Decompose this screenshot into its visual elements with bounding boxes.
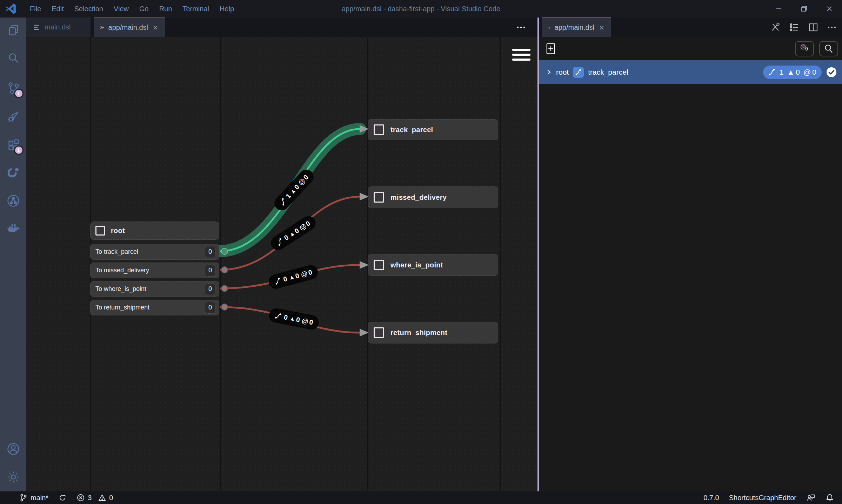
minimize-button[interactable]: [766, 0, 791, 18]
checklist-icon[interactable]: [789, 22, 799, 32]
node-label: missed_delivery: [390, 193, 447, 202]
search-icon[interactable]: [5, 50, 21, 66]
timeline-icon[interactable]: [5, 193, 21, 209]
node-checkbox[interactable]: [374, 124, 384, 135]
row-label: To missed_delivery: [95, 267, 149, 274]
row-to-return-shipment[interactable]: To return_shipment 0: [90, 300, 219, 315]
edge-source-dot[interactable]: [221, 285, 228, 292]
more-actions-icon[interactable]: [827, 26, 836, 29]
row-count: 0: [205, 283, 215, 295]
menu-go[interactable]: Go: [134, 0, 154, 18]
tab-label: app/main.dsl: [108, 23, 148, 32]
source-control-badge: 1: [14, 89, 24, 98]
edge-source-dot[interactable]: [221, 267, 228, 273]
editor-group-graph: main.dsl app/main.dsl: [26, 18, 537, 491]
branch-indicator[interactable]: main*: [19, 493, 48, 502]
feedback-button[interactable]: [806, 493, 815, 502]
transition-icon: [768, 68, 776, 76]
node-label: where_is_point: [390, 261, 443, 269]
settings-gear-icon[interactable]: [5, 469, 21, 485]
editor-more-actions[interactable]: [516, 18, 526, 37]
notifications-button[interactable]: [825, 493, 834, 502]
tab-app-main-dsl[interactable]: app/main.dsl: [94, 18, 165, 37]
warning-count: 0: [295, 315, 301, 324]
at-icon: @: [300, 270, 308, 279]
menu-edit[interactable]: Edit: [46, 0, 69, 18]
node-return-shipment[interactable]: return_shipment: [368, 322, 498, 343]
transition-count: 0: [283, 313, 288, 322]
problems-indicator[interactable]: 3 0: [76, 493, 113, 502]
explorer-icon[interactable]: [5, 22, 21, 38]
tab-close-icon[interactable]: [599, 25, 605, 31]
dasha-icon[interactable]: [5, 165, 21, 181]
chevron-right-icon[interactable]: [546, 69, 552, 75]
row-stats-badge: 1 ▲0 @0: [763, 66, 822, 79]
transition-icon: [278, 197, 288, 206]
edge-source-dot[interactable]: [221, 248, 228, 254]
row-to-missed-delivery[interactable]: To missed_delivery 0: [90, 263, 219, 278]
sync-button[interactable]: [58, 493, 67, 502]
mentions-filter-button[interactable]: @: [795, 41, 814, 56]
restore-button[interactable]: [791, 0, 817, 18]
file-lines-icon: [33, 23, 40, 31]
transition-count: 0: [282, 275, 288, 283]
transition-icon: [274, 312, 282, 320]
menu-run[interactable]: Run: [154, 0, 178, 18]
node-checkbox[interactable]: [374, 327, 384, 338]
configure-tools-icon[interactable]: [770, 22, 780, 32]
stethoscope-icon: [548, 23, 550, 32]
node-root[interactable]: root: [90, 222, 219, 240]
node-label: return_shipment: [390, 329, 447, 337]
title-bar: File Edit Selection View Go Run Terminal…: [0, 0, 842, 18]
activity-bar: 1 1: [0, 18, 26, 491]
svg-text:@: @: [800, 44, 806, 50]
tab-main-dsl[interactable]: main.dsl: [26, 18, 91, 37]
search-nodes-button[interactable]: [819, 41, 838, 56]
node-track-parcel[interactable]: track_parcel: [368, 119, 498, 140]
tab-panel-app-main-dsl[interactable]: app/main.dsl: [542, 18, 611, 37]
source-control-icon[interactable]: 1: [5, 80, 21, 96]
node-where-is-point[interactable]: where_is_point: [368, 254, 498, 276]
tab-label: main.dsl: [45, 23, 71, 31]
extension-version[interactable]: 0.7.0: [703, 494, 719, 502]
editor-group-panel: app/main.dsl: [539, 18, 842, 491]
row-to-where-is-point[interactable]: To where_is_point 0: [90, 281, 219, 297]
row-count: 0: [205, 265, 215, 277]
tab-close-icon[interactable]: [152, 25, 159, 31]
graph-canvas[interactable]: 1 ▲0 @0 0 ▲0 @0 0 ▲0 @0: [26, 37, 537, 491]
editor-name[interactable]: ShortcutsGraphEditor: [729, 494, 796, 502]
run-debug-icon[interactable]: [5, 108, 21, 124]
row-label: To track_parcel: [95, 248, 138, 256]
transition-chip-icon: [573, 67, 584, 78]
canvas-menu-icon[interactable]: [512, 47, 530, 63]
node-label: track_parcel: [390, 126, 433, 134]
row-label: To where_is_point: [95, 285, 146, 293]
at-count: 0: [309, 318, 314, 327]
extensions-badge: 1: [14, 145, 24, 155]
row-to-track-parcel[interactable]: To track_parcel 0: [90, 244, 219, 260]
menu-help[interactable]: Help: [214, 0, 239, 18]
menu-view[interactable]: View: [108, 0, 134, 18]
feedback-icon: [806, 493, 815, 502]
window-controls: [766, 0, 842, 18]
edge-source-dot[interactable]: [221, 304, 228, 310]
menu-terminal[interactable]: Terminal: [177, 0, 214, 18]
node-checkbox[interactable]: [95, 226, 105, 236]
extensions-icon[interactable]: 1: [5, 137, 21, 153]
node-missed-delivery[interactable]: missed_delivery: [368, 186, 498, 208]
menu-file[interactable]: File: [25, 0, 46, 18]
menu-selection[interactable]: Selection: [69, 0, 108, 18]
close-window-button[interactable]: [817, 0, 842, 18]
add-node-button[interactable]: [544, 42, 558, 56]
tree-row-root-track-parcel[interactable]: root track_parcel 1 ▲0 @0: [539, 60, 842, 84]
tab-bar-left: main.dsl app/main.dsl: [26, 18, 537, 37]
panel-toolbar: @: [539, 37, 842, 60]
node-checkbox[interactable]: [374, 192, 384, 203]
at-icon: @: [301, 317, 309, 326]
docker-icon[interactable]: [5, 221, 21, 237]
status-bar-right: 0.7.0 ShortcutsGraphEditor: [703, 493, 842, 502]
accounts-icon[interactable]: [5, 441, 21, 457]
node-checkbox[interactable]: [374, 260, 384, 270]
split-editor-icon[interactable]: [808, 22, 818, 32]
resolved-check-icon[interactable]: [826, 67, 837, 78]
